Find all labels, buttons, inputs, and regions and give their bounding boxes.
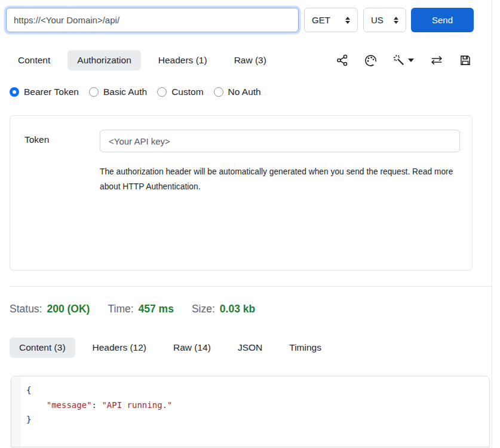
json-key: "message" [47, 400, 92, 410]
content-column-border [492, 0, 492, 448]
url-input[interactable] [6, 8, 299, 32]
resp-tab-content[interactable]: Content (3) [10, 337, 75, 358]
request-toolbar [336, 54, 500, 67]
radio-label: Custom [171, 87, 203, 97]
code-gutter [11, 376, 20, 447]
radio-custom[interactable]: Custom [157, 87, 203, 97]
method-select-value: GET [312, 15, 330, 25]
json-value: "API running." [102, 400, 172, 410]
radio-unselected-icon [157, 87, 167, 97]
resp-tab-json[interactable]: JSON [228, 337, 272, 358]
swap-arrows-icon[interactable] [430, 54, 443, 66]
radio-unselected-icon [89, 87, 99, 97]
section-divider [10, 286, 492, 287]
radio-unselected-icon [214, 87, 223, 97]
radio-label: No Auth [228, 87, 261, 97]
radio-no-auth[interactable]: No Auth [214, 87, 261, 97]
status-label: Status: [10, 303, 42, 315]
share-icon[interactable] [336, 54, 348, 66]
status-value: 200 (OK) [47, 303, 90, 315]
tab-headers[interactable]: Headers (1) [149, 50, 217, 70]
api-client-page: GET US Send Content Authorization Header… [0, 0, 500, 448]
token-input[interactable] [100, 130, 460, 152]
bearer-token-panel: Token The authorization header will be a… [10, 115, 473, 271]
time-label: Time: [108, 303, 133, 315]
json-line: "message": "API running." [26, 398, 489, 413]
token-help-line1: The authorization header will be automat… [100, 164, 460, 179]
select-arrows-icon [345, 17, 350, 24]
request-bar: GET US Send [0, 0, 500, 32]
request-tabs: Content Authorization Headers (1) Raw (3… [0, 50, 500, 70]
time-value: 457 ms [139, 303, 174, 315]
magic-wand-dropdown-icon[interactable] [393, 54, 414, 66]
response-status-bar: Status: 200 (OK) Time: 457 ms Size: 0.03… [0, 303, 500, 315]
region-select[interactable]: US [363, 8, 406, 32]
tab-content[interactable]: Content [8, 50, 60, 70]
json-line: { [26, 383, 489, 398]
radio-bearer-token[interactable]: Bearer Token [10, 87, 79, 97]
size-label: Size: [192, 303, 215, 315]
response-body-viewer[interactable]: { "message": "API running."} [11, 376, 490, 447]
radio-label: Basic Auth [103, 87, 147, 97]
resp-tab-headers[interactable]: Headers (12) [83, 337, 156, 358]
method-select[interactable]: GET [304, 8, 358, 32]
send-button[interactable]: Send [411, 8, 474, 32]
save-icon[interactable] [459, 54, 471, 66]
size-value: 0.03 kb [220, 303, 255, 315]
response-json: { "message": "API running."} [20, 376, 489, 447]
radio-basic-auth[interactable]: Basic Auth [89, 87, 147, 97]
palette-icon[interactable] [364, 54, 377, 67]
select-arrows-icon [394, 17, 398, 24]
json-line: } [26, 412, 489, 427]
tab-raw[interactable]: Raw (3) [225, 50, 276, 70]
resp-tab-timings[interactable]: Timings [280, 337, 331, 358]
radio-label: Bearer Token [24, 87, 79, 97]
radio-selected-icon [10, 87, 19, 97]
response-tabs: Content (3) Headers (12) Raw (14) JSON T… [0, 337, 500, 358]
dropdown-caret-icon [408, 59, 414, 62]
token-help-text: The authorization header will be automat… [100, 164, 460, 194]
auth-type-options: Bearer Token Basic Auth Custom No Auth [0, 87, 500, 97]
region-select-value: US [371, 15, 384, 25]
token-help-line2: about HTTP Authentication. [100, 179, 460, 194]
tab-authorization[interactable]: Authorization [68, 50, 140, 70]
resp-tab-raw[interactable]: Raw (14) [164, 337, 220, 358]
token-label: Token [24, 130, 100, 145]
